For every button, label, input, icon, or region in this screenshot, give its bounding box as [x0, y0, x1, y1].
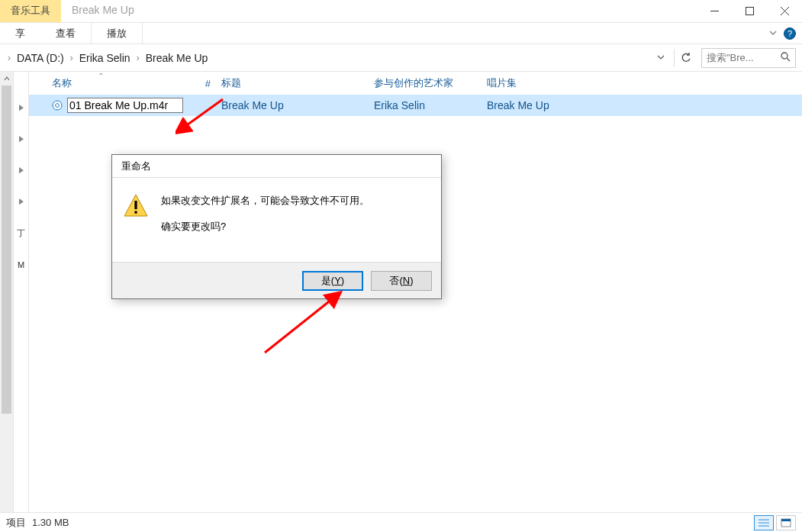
- rename-input[interactable]: [67, 98, 183, 113]
- svg-rect-15: [781, 519, 791, 521]
- ribbon-tab-play[interactable]: 播放: [91, 23, 143, 44]
- dialog-title: 重命名: [112, 155, 441, 178]
- search-placeholder: 搜索"Bre...: [707, 51, 754, 65]
- no-button[interactable]: 否(N): [371, 271, 432, 291]
- cell-album: Break Me Up: [487, 99, 609, 111]
- svg-rect-9: [134, 201, 137, 209]
- address-bar-row: › DATA (D:) › Erika Selin › Break Me Up …: [0, 44, 802, 72]
- tree-caret-icon[interactable]: ▶: [19, 165, 24, 175]
- help-icon[interactable]: ?: [784, 27, 796, 40]
- chevron-right-icon[interactable]: ›: [3, 53, 15, 63]
- svg-line-5: [787, 58, 790, 61]
- column-header-title[interactable]: 标题: [221, 76, 374, 90]
- status-item-count: 项目: [6, 516, 26, 530]
- nav-scrollbar[interactable]: [0, 72, 14, 512]
- window-title: Break Me Up: [61, 0, 697, 22]
- tree-caret-icon[interactable]: ▶: [19, 196, 24, 206]
- cell-title: Break Me Up: [221, 99, 374, 111]
- breadcrumb[interactable]: › DATA (D:) › Erika Selin › Break Me Up: [0, 52, 651, 64]
- rename-confirm-dialog: 重命名 如果改变文件扩展名，可能会导致文件不可用。 确实要更改吗? 是(Y) 否…: [111, 154, 442, 299]
- scroll-up-arrow[interactable]: [0, 72, 13, 85]
- breadcrumb-item[interactable]: DATA (D:): [15, 52, 66, 64]
- breadcrumb-item[interactable]: Break Me Up: [144, 52, 210, 64]
- chevron-right-icon[interactable]: ›: [132, 53, 144, 63]
- column-header-name[interactable]: 名称 ⌃: [52, 76, 182, 90]
- column-headers: 名称 ⌃ # 标题 参与创作的艺术家 唱片集: [29, 72, 802, 95]
- column-header-number[interactable]: #: [182, 78, 221, 89]
- maximize-button[interactable]: [732, 0, 767, 22]
- svg-point-4: [781, 53, 788, 59]
- breadcrumb-item[interactable]: Erika Selin: [78, 52, 132, 64]
- nav-tree-collapsed: ▶ ▶ ▶ ▶ 丁 M: [14, 72, 29, 512]
- icons-view-button[interactable]: [776, 515, 796, 530]
- main-content: ▶ ▶ ▶ ▶ 丁 M 名称 ⌃ # 标题 参与创作的艺术家 唱片集 Bre: [0, 72, 802, 512]
- address-dropdown-icon[interactable]: [651, 52, 671, 63]
- details-view-button[interactable]: [754, 515, 774, 530]
- yes-button[interactable]: 是(Y): [302, 271, 363, 291]
- title-bar: 音乐工具 Break Me Up: [0, 0, 802, 23]
- context-tool-tab[interactable]: 音乐工具: [0, 0, 61, 22]
- ribbon-tab-view[interactable]: 查看: [40, 23, 91, 44]
- status-bar: 项目 1.30 MB: [0, 512, 802, 532]
- tree-node-marker[interactable]: 丁: [17, 227, 25, 239]
- ribbon-tab-share[interactable]: 享: [0, 23, 40, 44]
- svg-rect-10: [134, 211, 137, 214]
- table-row[interactable]: Break Me Up Erika Selin Break Me Up: [29, 95, 802, 116]
- cell-artist: Erika Selin: [374, 99, 487, 111]
- sort-ascending-icon: ⌃: [98, 72, 104, 80]
- refresh-button[interactable]: [674, 49, 697, 67]
- svg-rect-1: [746, 8, 753, 15]
- tree-caret-icon[interactable]: ▶: [19, 134, 24, 143]
- file-list-area: 名称 ⌃ # 标题 参与创作的艺术家 唱片集 Break Me Up Erika…: [29, 72, 802, 512]
- ribbon-tabs: 享 查看 播放 ?: [0, 23, 802, 44]
- column-header-artist[interactable]: 参与创作的艺术家: [374, 76, 487, 90]
- audio-file-icon: [52, 99, 63, 111]
- svg-point-6: [53, 101, 62, 110]
- status-size: 1.30 MB: [32, 517, 69, 528]
- close-button[interactable]: [767, 0, 802, 22]
- minimize-button[interactable]: [697, 0, 732, 22]
- chevron-right-icon[interactable]: ›: [66, 53, 78, 63]
- tree-node-marker[interactable]: M: [18, 260, 24, 269]
- search-input[interactable]: 搜索"Bre...: [701, 48, 796, 68]
- dialog-message: 如果改变文件扩展名，可能会导致文件不可用。 确实要更改吗?: [161, 193, 369, 248]
- tree-caret-icon[interactable]: ▶: [19, 102, 24, 112]
- warning-icon: [123, 193, 149, 219]
- window-controls: [697, 0, 802, 22]
- column-header-album[interactable]: 唱片集: [487, 76, 609, 90]
- ribbon-expand-icon[interactable]: [768, 28, 778, 40]
- scrollbar-thumb[interactable]: [2, 85, 11, 414]
- search-icon: [781, 52, 791, 64]
